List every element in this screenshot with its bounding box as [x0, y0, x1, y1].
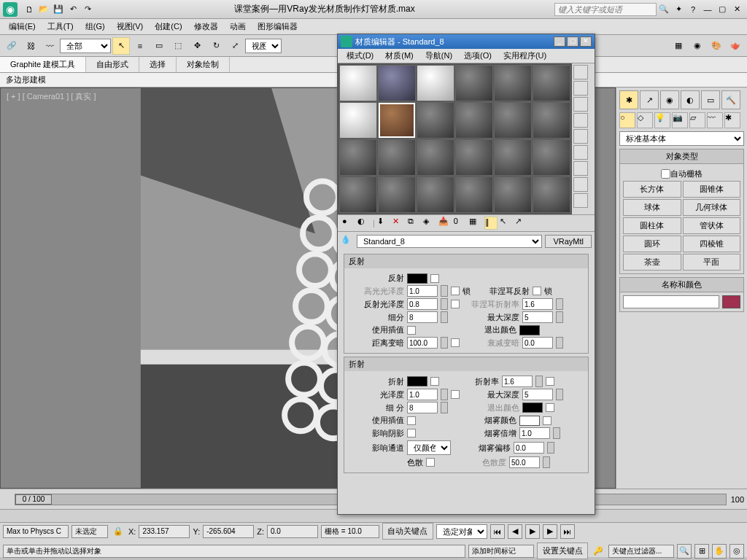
interp-check[interactable] — [407, 326, 416, 335]
backlight-icon[interactable] — [573, 81, 588, 96]
orbit-icon[interactable]: ◎ — [729, 544, 744, 559]
sample-slot[interactable] — [533, 139, 570, 176]
video-check-icon[interactable] — [573, 129, 588, 144]
sample-type-icon[interactable] — [573, 65, 588, 79]
rinterp-check[interactable] — [407, 416, 416, 425]
reflect-color[interactable] — [407, 273, 427, 284]
spin[interactable] — [441, 402, 448, 413]
assign-icon[interactable]: ⬇ — [377, 217, 390, 230]
mat-maximize-icon[interactable]: ▢ — [567, 36, 578, 47]
affshadow-check[interactable] — [407, 429, 416, 438]
time-handle[interactable]: 0 / 100 — [15, 494, 52, 505]
helpers-icon[interactable]: ▱ — [689, 112, 705, 128]
menu-graph[interactable]: 图形编辑器 — [252, 20, 303, 34]
spin[interactable] — [556, 311, 563, 323]
spin[interactable] — [556, 389, 563, 400]
subdivs-spinner[interactable]: 8 — [407, 311, 438, 323]
y-coord[interactable]: -265.604 — [203, 525, 254, 538]
pyramid-button[interactable]: 四棱锥 — [683, 236, 741, 252]
systems-icon[interactable]: ✱ — [724, 112, 740, 128]
rgloss-map[interactable] — [451, 390, 460, 399]
tab-freeform[interactable]: 自由形式 — [86, 57, 139, 72]
sample-slot[interactable] — [455, 65, 493, 101]
rexitcolor-swatch[interactable] — [522, 402, 543, 413]
sample-slot[interactable] — [533, 102, 570, 139]
play-icon[interactable]: ▶ — [525, 524, 540, 539]
reflect-map[interactable] — [430, 274, 439, 283]
help-icon[interactable]: ? — [687, 4, 699, 15]
sample-slot[interactable] — [494, 102, 532, 139]
ior-spinner[interactable]: 1.6 — [502, 376, 533, 387]
goto-end-icon[interactable]: ⏭ — [560, 524, 575, 539]
move-icon[interactable]: ✥ — [188, 37, 206, 55]
rgloss-spinner[interactable]: 1.0 — [407, 389, 438, 400]
utilities-tab[interactable]: 🔨 — [721, 90, 740, 109]
cameras-icon[interactable]: 📷 — [672, 112, 688, 128]
make-unique-icon[interactable]: ◈ — [423, 217, 436, 230]
put-library-icon[interactable]: 📥 — [438, 217, 452, 230]
schematic-icon[interactable]: ▦ — [670, 37, 687, 55]
create-tab[interactable]: ✱ — [619, 90, 638, 109]
undo-icon[interactable]: ↶ — [67, 4, 79, 15]
sample-slot[interactable] — [417, 139, 454, 176]
zoom-icon[interactable]: 🔍 — [677, 544, 692, 559]
spin[interactable] — [441, 298, 448, 310]
prev-frame-icon[interactable]: ◀ — [508, 524, 522, 539]
rmaxdepth-spinner[interactable]: 5 — [522, 389, 553, 400]
select-by-mat-icon[interactable] — [573, 177, 588, 192]
save-icon[interactable]: 💾 — [53, 4, 64, 15]
unlink-icon[interactable]: ⛓ — [22, 37, 39, 55]
sample-slot[interactable] — [378, 65, 416, 101]
spin[interactable] — [535, 376, 543, 387]
keymode-dropdown[interactable]: 选定对象 — [436, 524, 487, 539]
geometry-icon[interactable]: ○ — [619, 112, 635, 128]
sample-slot-active[interactable] — [378, 102, 416, 139]
sample-slot[interactable] — [455, 176, 493, 213]
spacewarps-icon[interactable]: 〰 — [707, 112, 723, 128]
setkey-button[interactable]: 设置关键点 — [537, 542, 588, 559]
open-icon[interactable]: 📂 — [38, 4, 50, 15]
spin[interactable] — [556, 337, 563, 349]
refract-map[interactable] — [430, 377, 439, 386]
menu-edit[interactable]: 编辑(E) — [3, 20, 42, 34]
exitcolor-swatch[interactable] — [519, 325, 540, 335]
material-type-button[interactable]: VRayMtl — [545, 235, 592, 248]
sample-slot[interactable] — [378, 176, 416, 213]
next-frame-icon[interactable]: ▶ — [543, 524, 557, 539]
menu-create[interactable]: 创建(C) — [149, 20, 187, 34]
menu-tools[interactable]: 工具(T) — [42, 20, 80, 34]
keyfilter-button[interactable]: 关键点过滤器... — [608, 545, 674, 558]
sample-slot[interactable] — [455, 102, 493, 139]
redo-icon[interactable]: ↷ — [82, 4, 93, 15]
link-icon[interactable]: 🔗 — [3, 37, 20, 55]
menu-modifiers[interactable]: 修改器 — [188, 20, 224, 34]
torus-button[interactable]: 圆环 — [623, 236, 681, 252]
tab-paint[interactable]: 对象绘制 — [177, 57, 230, 72]
options-icon[interactable] — [573, 161, 588, 176]
reflgloss-map[interactable] — [451, 300, 460, 308]
x-coord[interactable]: 233.157 — [139, 525, 190, 538]
affchan-dropdown[interactable]: 仅颜色 — [407, 440, 451, 455]
reflgloss-spinner[interactable]: 0.8 — [407, 298, 438, 310]
dimdist-spinner[interactable]: 100.0 — [407, 337, 438, 349]
tab-selection[interactable]: 选择 — [139, 57, 177, 72]
put-to-scene-icon[interactable]: ◐ — [357, 217, 371, 230]
bind-icon[interactable]: 〰 — [41, 37, 58, 55]
zoom-all-icon[interactable]: ⊞ — [694, 544, 709, 559]
sample-slot[interactable] — [533, 176, 570, 213]
ior-map[interactable] — [546, 377, 554, 386]
rexitcolor-check[interactable] — [546, 403, 554, 412]
geosphere-button[interactable]: 几何球体 — [683, 199, 741, 216]
menu-view[interactable]: 视图(V) — [111, 20, 150, 34]
window-crossing-icon[interactable]: ⬚ — [169, 37, 187, 55]
plane-button[interactable]: 平面 — [683, 254, 741, 271]
sample-slot[interactable] — [533, 65, 570, 101]
make-preview-icon[interactable] — [573, 145, 588, 160]
refraction-header[interactable]: 折射 — [344, 357, 588, 371]
sample-slot[interactable] — [417, 102, 454, 139]
close-icon[interactable]: ✕ — [731, 4, 743, 15]
mat-params[interactable]: 反射 反射 高光光泽度 1.0 锁 菲涅耳反射 锁 反射光泽度 0.8 — [338, 251, 595, 499]
minimize-icon[interactable]: — — [702, 4, 713, 15]
sample-slot[interactable] — [339, 65, 377, 101]
refract-color[interactable] — [407, 376, 427, 386]
